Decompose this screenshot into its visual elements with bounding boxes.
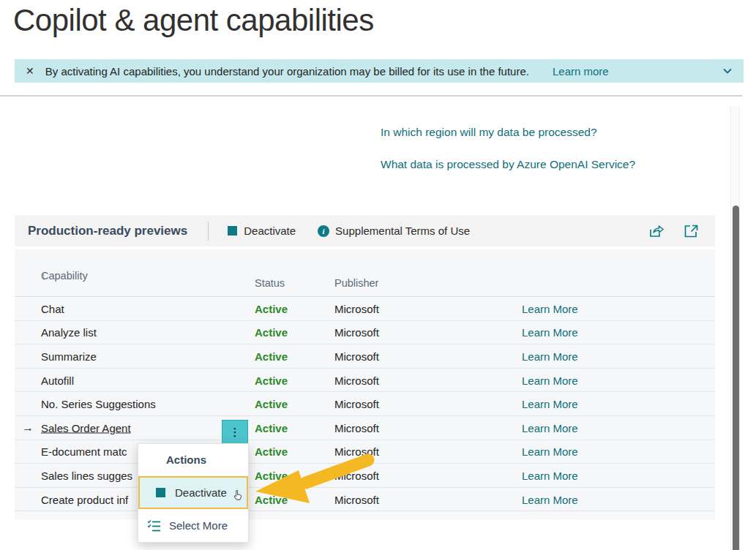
capability-cell[interactable]: E-document matc xyxy=(41,445,127,458)
learn-more-link[interactable]: Learn More xyxy=(522,493,578,505)
publisher-cell: Microsoft xyxy=(334,326,379,339)
capability-cell[interactable]: No. Series Suggestions xyxy=(41,398,156,410)
table-header-row: Capability ↑ Status Publisher xyxy=(15,249,715,297)
capability-cell[interactable]: Create product inf xyxy=(41,493,128,505)
deactivate-square-icon xyxy=(156,488,165,497)
table-row: Chat Active Microsoft Learn More xyxy=(15,297,715,321)
learn-more-link[interactable]: Learn More xyxy=(522,302,578,314)
capability-cell[interactable]: Autofill xyxy=(41,374,74,386)
share-icon[interactable] xyxy=(648,224,665,238)
open-in-new-window-icon[interactable] xyxy=(684,224,699,238)
card-title: Production-ready previews xyxy=(28,224,187,238)
capability-cell[interactable]: Summarize xyxy=(41,350,97,362)
column-header-status[interactable]: Status xyxy=(255,277,285,289)
notification-banner: ✕ By activating AI capabilities, you und… xyxy=(15,59,744,83)
status-badge: Active xyxy=(255,326,288,339)
divider xyxy=(0,95,742,97)
info-icon: i xyxy=(318,225,329,237)
table-row: E-document matc Active Microsoft Learn M… xyxy=(15,440,715,464)
table-row: Sales lines sugges Active Microsoft Lear… xyxy=(15,464,715,488)
table-body: Chat Active Microsoft Learn More Analyze… xyxy=(15,297,715,511)
context-menu-header: Actions xyxy=(138,444,248,476)
row-actions-context-menu: Actions Deactivate Select More xyxy=(138,443,249,543)
mouse-pointer-hand-icon xyxy=(233,489,244,502)
status-badge: Active xyxy=(255,350,288,362)
learn-more-link[interactable]: Learn More xyxy=(522,421,578,434)
capability-cell[interactable]: Sales lines sugges xyxy=(41,469,132,481)
publisher-cell: Microsoft xyxy=(334,350,379,362)
table-row: Analyze list Active Microsoft Learn More xyxy=(15,321,715,345)
banner-learn-more-link[interactable]: Learn more xyxy=(553,65,609,78)
column-header-publisher[interactable]: Publisher xyxy=(334,277,378,289)
deactivate-toolbar-label: Deactivate xyxy=(244,225,296,237)
faq-link-openai[interactable]: What data is processed by Azure OpenAI S… xyxy=(381,158,635,171)
banner-message: By activating AI capabilities, you under… xyxy=(45,65,529,78)
menu-item-select-more[interactable]: Select More xyxy=(138,509,248,542)
publisher-cell: Microsoft xyxy=(334,445,379,458)
supplemental-terms-button[interactable]: i Supplemental Terms of Use xyxy=(318,225,470,237)
chevron-down-icon[interactable] xyxy=(722,66,733,76)
status-badge: Active xyxy=(255,374,288,386)
deactivate-square-icon xyxy=(228,226,237,236)
table-row: Autofill Active Microsoft Learn More xyxy=(15,369,715,393)
capabilities-table: Capability ↑ Status Publisher Chat Activ… xyxy=(15,249,715,519)
learn-more-link[interactable]: Learn More xyxy=(522,445,578,458)
learn-more-link[interactable]: Learn More xyxy=(522,469,578,481)
table-row: Create product inf Active Microsoft Lear… xyxy=(15,488,715,512)
status-badge: Active xyxy=(255,421,288,434)
card-header-icons xyxy=(648,224,699,238)
row-actions-ellipsis-button[interactable]: ⋮ xyxy=(222,420,248,444)
vertical-scrollbar[interactable] xyxy=(730,106,740,550)
publisher-cell: Microsoft xyxy=(334,469,379,481)
scrollbar-thumb[interactable] xyxy=(733,206,739,550)
divider xyxy=(208,222,209,241)
table-row: Summarize Active Microsoft Learn More xyxy=(15,344,715,369)
status-badge: Active xyxy=(255,469,288,481)
menu-item-deactivate[interactable]: Deactivate xyxy=(138,476,248,509)
publisher-cell: Microsoft xyxy=(334,302,379,314)
table-row: No. Series Suggestions Active Microsoft … xyxy=(15,392,715,416)
publisher-cell: Microsoft xyxy=(334,421,379,434)
menu-item-select-more-label: Select More xyxy=(169,519,228,532)
capability-cell[interactable]: Chat xyxy=(41,302,64,314)
capability-cell[interactable]: Analyze list xyxy=(41,326,97,339)
select-more-checklist-icon xyxy=(147,519,161,532)
learn-more-link[interactable]: Learn More xyxy=(522,398,578,410)
sort-ascending-icon: ↑ xyxy=(41,271,46,282)
learn-more-link[interactable]: Learn More xyxy=(522,326,578,339)
status-badge: Active xyxy=(255,302,288,314)
card-header: Production-ready previews Deactivate i S… xyxy=(15,215,715,246)
publisher-cell: Microsoft xyxy=(334,374,379,386)
copilot-capabilities-page: Copilot & agent capabilities ✕ By activa… xyxy=(0,0,756,550)
publisher-cell: Microsoft xyxy=(334,398,379,410)
status-badge: Active xyxy=(255,445,288,458)
table-row: → Sales Order Agent Active Microsoft Lea… xyxy=(15,416,715,440)
faq-link-region[interactable]: In which region will my data be processe… xyxy=(381,126,597,139)
selected-row-arrow-icon: → xyxy=(22,421,34,434)
close-icon[interactable]: ✕ xyxy=(26,65,34,77)
learn-more-link[interactable]: Learn More xyxy=(522,374,578,386)
learn-more-link[interactable]: Learn More xyxy=(522,350,578,362)
page-title: Copilot & agent capabilities xyxy=(13,3,374,38)
capability-cell[interactable]: Sales Order Agent xyxy=(41,421,131,434)
status-badge: Active xyxy=(255,493,288,505)
status-badge: Active xyxy=(255,398,288,410)
menu-item-deactivate-label: Deactivate xyxy=(175,486,227,499)
supplemental-terms-label: Supplemental Terms of Use xyxy=(335,225,470,237)
publisher-cell: Microsoft xyxy=(334,493,379,505)
deactivate-toolbar-button[interactable]: Deactivate xyxy=(228,225,296,237)
